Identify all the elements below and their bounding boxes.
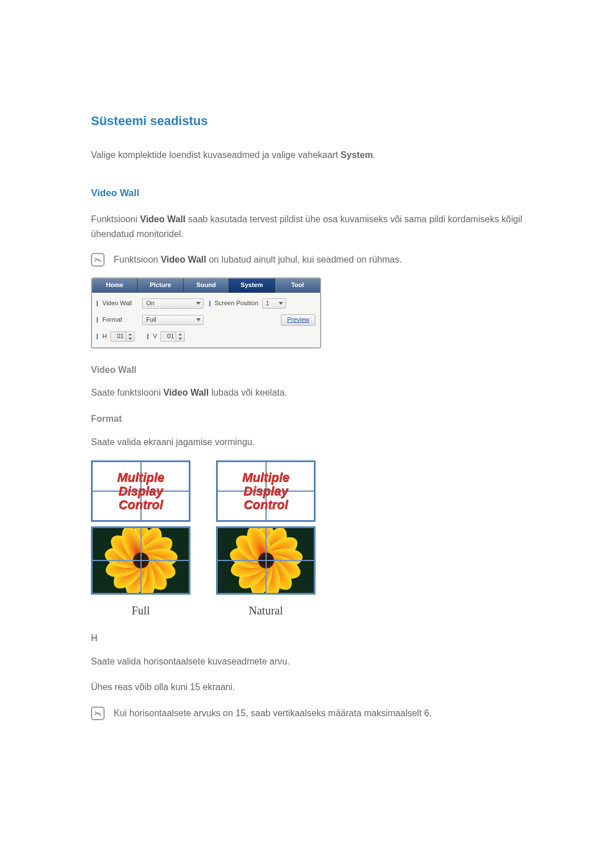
subheading-video-wall: Video Wall [91, 363, 532, 377]
intro-text: Valige komplektide loendist kuvaseadmed … [91, 148, 532, 163]
note1-suffix: on lubatud ainult juhul, kui seadmed on … [206, 255, 402, 264]
video-wall-description: Funktsiooni Video Wall saab kasutada ter… [91, 212, 532, 241]
hv-row: H 01 V 01 [97, 331, 316, 342]
subheading-format: Format [91, 412, 532, 426]
note-row-2: Kui horisontaalsete arvuks on 15, saab v… [91, 706, 532, 721]
intro-bold: System [341, 150, 373, 160]
select-format-value: Full [146, 315, 156, 325]
format-text: Saate valida ekraani jagamise vormingu. [91, 435, 532, 450]
vw-desc-prefix: Funktsiooni [91, 214, 140, 224]
h-text-1: Saate valida horisontaalsete kuvaseadmet… [91, 654, 532, 669]
label-v: V [153, 331, 157, 342]
spinner-v[interactable]: 01 [160, 331, 185, 342]
tab-tool[interactable]: Tool [275, 279, 320, 293]
bar-icon [209, 301, 210, 306]
select-screen-position-value: 1 [266, 298, 269, 309]
fig-text-line1: Multiple [117, 471, 164, 484]
preview-row: Preview [209, 314, 316, 326]
note-row-1: Funktsioon Video Wall on lubatud ainult … [91, 252, 532, 267]
figure-full-label: Full [131, 601, 150, 620]
select-screen-position[interactable]: 1 [262, 298, 286, 309]
label-h: H [102, 331, 107, 342]
intro-prefix: Valige komplektide loendist kuvaseadmed … [91, 150, 341, 160]
bar-icon [97, 334, 98, 339]
label-video-wall: Video Wall [102, 298, 139, 309]
note-icon [91, 253, 105, 267]
chevron-down-icon [196, 302, 201, 305]
label-screen-position: Screen Position [215, 298, 259, 309]
system-panel: Home Picture Sound System Tool Video Wal… [91, 277, 321, 348]
section-heading-video-wall: Video Wall [91, 185, 532, 201]
tab-home[interactable]: Home [92, 279, 138, 293]
bar-icon [147, 334, 148, 339]
spinner-v-value: 01 [161, 331, 176, 342]
chevron-down-icon [279, 302, 283, 305]
fig-text-line3: Control [243, 498, 288, 512]
note1-prefix: Funktsioon [114, 255, 161, 264]
sub-vw-bold: Video Wall [163, 388, 209, 397]
select-video-wall[interactable]: On [142, 298, 204, 309]
bar-icon [97, 301, 98, 306]
format-setting-row: Format Full [97, 314, 204, 326]
videowall-enable-text: Saate funktsiooni Video Wall lubada või … [91, 385, 532, 400]
figure-full-bottom [91, 526, 190, 595]
intro-suffix: . [373, 150, 375, 160]
bar-icon [97, 317, 98, 323]
figure-full-column: Multiple Display Control [91, 460, 190, 620]
note1-bold: Video Wall [161, 255, 206, 264]
spinner-h-value: 01 [111, 331, 126, 342]
figure-natural-label: Natural [249, 601, 283, 620]
page-title: Süsteemi seadistus [91, 111, 532, 131]
tab-picture[interactable]: Picture [138, 279, 183, 293]
tab-sound[interactable]: Sound [184, 279, 229, 293]
figure-natural-bottom [216, 526, 316, 595]
chevron-down-icon [196, 318, 201, 321]
note-text-1: Funktsioon Video Wall on lubatud ainult … [114, 252, 402, 267]
figure-natural-text: Multiple Display Control [217, 462, 314, 521]
figure-full-top: Multiple Display Control [91, 460, 190, 522]
fig-text-line1: Multiple [242, 471, 289, 484]
fig-text-line2: Display [243, 484, 288, 498]
select-video-wall-value: On [146, 298, 155, 309]
format-figures: Multiple Display Control [91, 460, 532, 620]
label-format: Format [102, 315, 139, 325]
tab-bar: Home Picture Sound System Tool [92, 279, 320, 293]
vw-desc-bold: Video Wall [140, 214, 185, 224]
spinner-h-buttons[interactable] [126, 332, 134, 341]
tab-system[interactable]: System [229, 279, 275, 293]
preview-button[interactable]: Preview [281, 314, 316, 326]
spinner-h[interactable]: 01 [110, 331, 135, 342]
select-format[interactable]: Full [142, 315, 204, 325]
fig-text-line2: Display [118, 484, 163, 498]
screen-position-row: Screen Position 1 [209, 298, 316, 309]
sub-vw-suffix: lubada või keelata. [209, 388, 287, 397]
fig-text-line3: Control [118, 498, 163, 512]
h-text-2: Ühes reas võib olla kuni 15 ekraani. [91, 680, 532, 695]
figure-natural-column: Multiple Display Control [216, 460, 316, 620]
sub-vw-prefix: Saate funktsiooni [91, 388, 163, 397]
video-wall-setting-row: Video Wall On [97, 298, 204, 309]
figure-full-text: Multiple Display Control [92, 462, 189, 521]
subheading-h: H [91, 631, 532, 646]
note-icon [91, 707, 105, 720]
spinner-down-icon[interactable] [126, 337, 134, 341]
spinner-v-buttons[interactable] [176, 332, 184, 341]
spinner-up-icon[interactable] [126, 332, 134, 337]
figure-natural-top: Multiple Display Control [216, 460, 316, 522]
note-text-2: Kui horisontaalsete arvuks on 15, saab v… [114, 706, 432, 721]
spinner-up-icon[interactable] [176, 332, 184, 337]
spinner-down-icon[interactable] [176, 337, 184, 341]
